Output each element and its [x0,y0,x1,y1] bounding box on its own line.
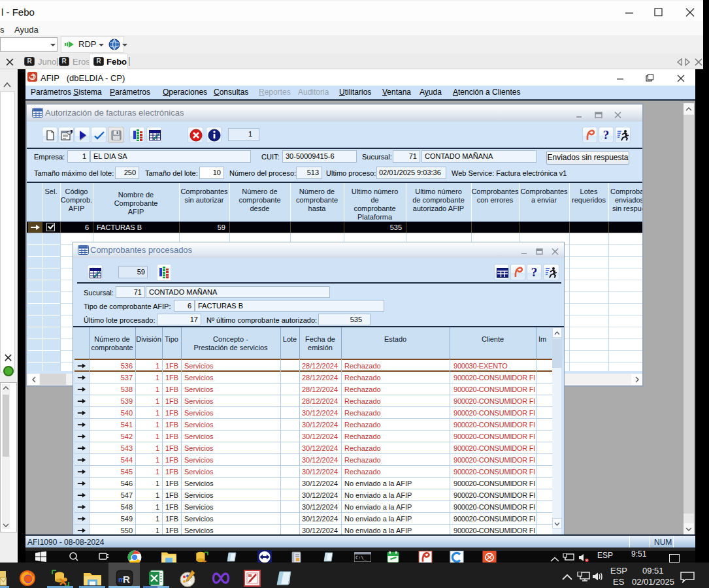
svg-text:R: R [123,574,130,585]
svg-text:C:\_: C:\_ [355,555,367,561]
